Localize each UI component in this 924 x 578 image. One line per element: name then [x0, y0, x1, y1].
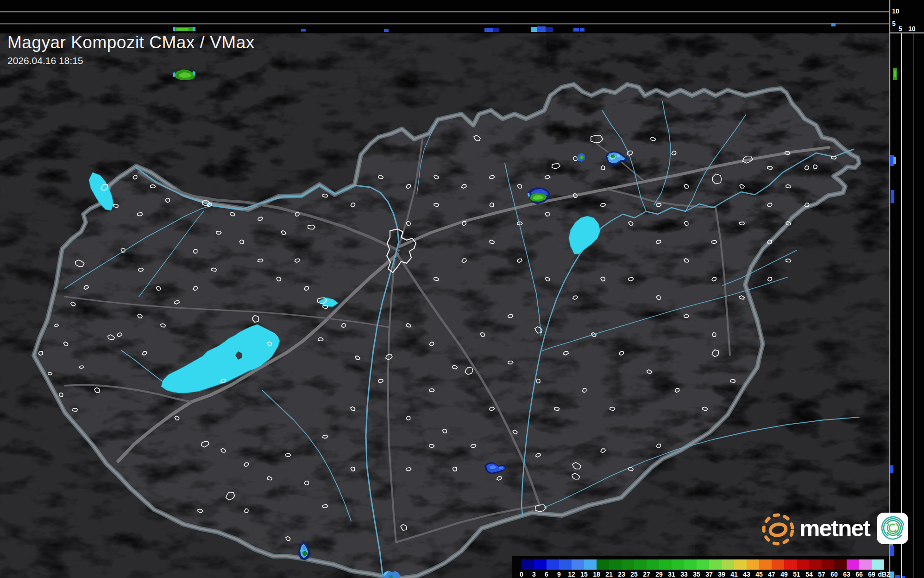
- metnet-logo: metnet: [759, 509, 909, 548]
- dbz-segment-21: [609, 559, 622, 570]
- dbz-segment-37: [709, 559, 722, 570]
- dbz-label-23: 23: [618, 571, 625, 578]
- top-profile-mark: [580, 28, 585, 32]
- dbz-label-47: 47: [768, 571, 775, 578]
- dbz-label-3: 3: [532, 571, 536, 578]
- dbz-label-25: 25: [630, 571, 638, 578]
- dbz-segment-25: [634, 559, 647, 570]
- dbz-label-45: 45: [755, 571, 763, 578]
- right-profile-mark: [890, 465, 893, 473]
- dbz-label-60: 60: [830, 571, 838, 578]
- dbz-label-39: 39: [718, 571, 725, 578]
- dbz-colorbar-panel: 0369121518212325272931333537394143454749…: [512, 556, 889, 578]
- top-profile-mark: [193, 27, 195, 31]
- dbz-segment-29: [659, 559, 672, 570]
- dbz-segment-33: [684, 559, 697, 570]
- dbz-segment-54: [809, 559, 822, 570]
- right-panel-10km-label: 10: [908, 25, 916, 32]
- composite-radar-map: [0, 0, 924, 578]
- dbz-label-41: 41: [730, 571, 738, 578]
- dbz-label-57: 57: [818, 571, 825, 578]
- top-profile-mark: [384, 29, 389, 32]
- top-profile-mark: [176, 28, 189, 31]
- dbz-segment-63: [847, 559, 859, 570]
- dbz-segment-60: [834, 559, 847, 570]
- top-profile-panel: [0, 0, 889, 33]
- dbz-label-29: 29: [655, 571, 663, 578]
- top-profile-mark: [831, 23, 836, 26]
- dbz-label-43: 43: [743, 571, 750, 578]
- dbz-label-66: 66: [855, 571, 863, 578]
- dbz-label-51: 51: [793, 571, 800, 578]
- dbz-label-35: 35: [693, 571, 700, 578]
- terrain-texture-se: [695, 385, 889, 578]
- dbz-segment-51: [797, 559, 809, 570]
- dbz-label-49: 49: [780, 571, 788, 578]
- dbz-segment-39: [722, 559, 734, 570]
- dbz-segment-41: [734, 559, 747, 570]
- terrain-texture-ne: [547, 33, 889, 233]
- echo-nw-green-layer: [173, 72, 176, 77]
- top-profile-mark: [573, 28, 579, 32]
- dbz-segment-27: [647, 559, 659, 570]
- dbz-segment-0: [522, 559, 534, 570]
- dbz-label-54: 54: [805, 571, 813, 578]
- dbz-label-63: 63: [843, 571, 850, 578]
- logo-text: metnet: [799, 515, 870, 542]
- top-panel-10km-label: 10: [892, 8, 899, 14]
- metnet-app-icon: [876, 512, 909, 545]
- terrain-texture-nw: [0, 33, 287, 182]
- dbz-label-dBZ: dBZ: [878, 571, 890, 578]
- dbz-segment-47: [772, 559, 784, 570]
- dbz-segment-49: [784, 559, 797, 570]
- top-panel-5km-label: 5: [892, 20, 896, 27]
- dbz-label-27: 27: [643, 571, 650, 578]
- radar-app-window: Magyar Kompozit CMax / VMax 2026.04.16 1…: [0, 0, 924, 578]
- dbz-segment-69: [872, 559, 884, 570]
- top-profile-mark: [173, 27, 175, 31]
- dbz-segment-9: [559, 559, 572, 570]
- dbz-label-18: 18: [593, 571, 600, 578]
- dbz-segment-15: [584, 559, 597, 570]
- top-profile-mark: [301, 29, 306, 32]
- right-profile-mark: [902, 576, 905, 578]
- echo-bottom-blue-layer: [389, 575, 393, 578]
- top-profile-mark: [531, 27, 537, 32]
- right-profile-mark: [891, 190, 894, 203]
- dbz-label-0: 0: [520, 571, 523, 578]
- sun-icon: [759, 509, 798, 548]
- dbz-segment-66: [859, 559, 872, 570]
- dbz-segment-23: [622, 559, 634, 570]
- dbz-colorbar: [522, 559, 884, 570]
- dbz-segment-35: [697, 559, 709, 570]
- dbz-segment-43: [747, 559, 759, 570]
- dbz-segment-31: [672, 559, 684, 570]
- dbz-label-21: 21: [605, 571, 613, 578]
- right-profile-mark: [893, 157, 896, 164]
- dbz-segment-45: [759, 559, 772, 570]
- right-profile-mark: [894, 70, 896, 77]
- dbz-segment-18: [597, 559, 609, 570]
- top-profile-mark: [546, 27, 553, 32]
- dbz-segment-6: [547, 559, 559, 570]
- top-profile-mark: [484, 28, 493, 32]
- dbz-label-9: 9: [557, 571, 561, 578]
- right-panel-5km-label: 5: [899, 25, 902, 32]
- map-layer: [0, 33, 889, 578]
- dbz-label-69: 69: [868, 571, 875, 578]
- dbz-label-15: 15: [580, 571, 588, 578]
- right-profile-mark: [890, 155, 894, 166]
- dbz-label-31: 31: [668, 571, 675, 578]
- top-profile-mark: [493, 28, 499, 32]
- dbz-segment-12: [572, 559, 584, 570]
- dbz-segment-3: [534, 559, 547, 570]
- dbz-segment-57: [822, 559, 834, 570]
- dbz-label-12: 12: [568, 571, 575, 578]
- dbz-label-6: 6: [545, 571, 548, 578]
- dbz-label-33: 33: [680, 571, 688, 578]
- dbz-label-37: 37: [705, 571, 713, 578]
- right-profile-mark: [895, 575, 900, 578]
- top-profile-mark: [537, 26, 546, 32]
- right-profile-panel: [889, 0, 924, 578]
